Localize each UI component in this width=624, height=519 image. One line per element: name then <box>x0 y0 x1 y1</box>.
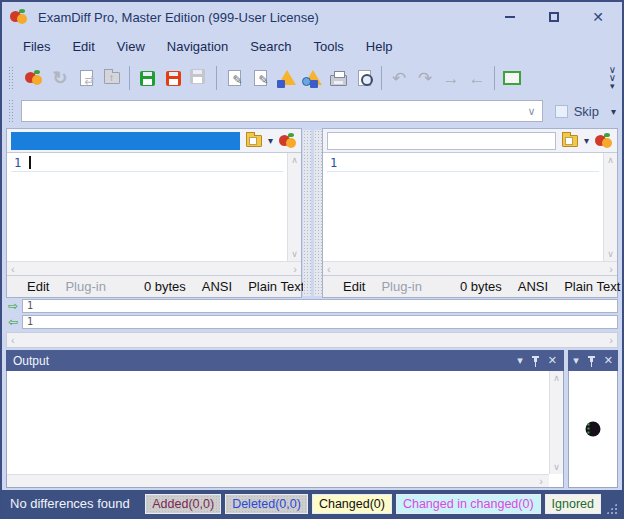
added-badge[interactable]: Added(0,0) <box>145 494 221 514</box>
left-diff-map[interactable] <box>303 130 311 296</box>
recompare-button[interactable]: ↻ <box>47 64 73 92</box>
edit-second-file-button[interactable]: ✎ <box>247 64 273 92</box>
scroll-down-icon[interactable]: ∨ <box>553 462 560 472</box>
left-open-dropdown-icon[interactable]: ▾ <box>268 135 273 146</box>
save-both-button[interactable] <box>186 64 212 92</box>
left-plugin-indicator[interactable]: Plug-in <box>57 279 113 294</box>
right-edit-indicator[interactable]: Edit <box>335 279 373 294</box>
scroll-up-icon[interactable]: ∧ <box>291 155 298 165</box>
left-editor[interactable]: 1 ∧ ∨ <box>7 153 301 261</box>
statistics-panel-body[interactable] <box>568 371 618 488</box>
statistics-close-icon[interactable]: ✕ <box>604 354 613 367</box>
next-difference-button[interactable]: → <box>438 64 464 92</box>
menu-files[interactable]: Files <box>12 36 61 57</box>
folder-up-icon: ↑ <box>104 72 120 84</box>
first-line-inspector-field[interactable]: 1 <box>22 299 618 313</box>
copy-left-arrow-icon[interactable]: ⇦ <box>6 316 20 328</box>
left-encoding-indicator[interactable]: ANSI <box>194 279 240 294</box>
scroll-left-icon[interactable]: ‹ <box>11 334 15 346</box>
ignored-badge[interactable]: Ignored <box>545 494 601 514</box>
swap-and-recompare-button[interactable]: ⇄ <box>73 64 99 92</box>
skip-checkbox[interactable] <box>555 105 568 118</box>
left-pane-statusbar: Rea Edit Plug-in 0 bytes ANSI Plain Text <box>7 275 301 297</box>
second-line-inspector-field[interactable]: 1 <box>22 315 618 329</box>
save-first-button[interactable] <box>134 64 160 92</box>
print-preview-button[interactable] <box>351 64 377 92</box>
left-edit-indicator[interactable]: Edit <box>19 279 57 294</box>
right-open-dropdown-icon[interactable]: ▾ <box>584 135 589 146</box>
left-file-path-box[interactable] <box>11 132 240 150</box>
previous-difference-button[interactable]: ← <box>464 64 490 92</box>
save-second-button[interactable] <box>160 64 186 92</box>
right-plugin-indicator[interactable]: Plug-in <box>373 279 429 294</box>
left-horizontal-scrollbar[interactable]: ‹ › <box>7 261 301 275</box>
inspector-horizontal-scrollbar[interactable]: ‹ › <box>6 332 618 348</box>
edit-first-file-button[interactable]: ✎ <box>221 64 247 92</box>
scroll-left-icon[interactable]: ‹ <box>327 263 331 275</box>
statistics-dropdown-icon[interactable]: ▾ <box>573 354 579 367</box>
deleted-badge[interactable]: Deleted(0,0) <box>225 494 308 514</box>
right-file-path-box[interactable] <box>327 132 556 150</box>
right-vertical-scrollbar[interactable]: ∧ ∨ <box>603 153 617 261</box>
changed-badge[interactable]: Changed(0) <box>312 494 392 514</box>
filebar-grip[interactable] <box>8 99 15 123</box>
scroll-left-icon[interactable]: ‹ <box>11 263 15 275</box>
scroll-down-icon[interactable]: ∨ <box>607 249 614 259</box>
send-to-folder-button[interactable]: ↑ <box>99 64 125 92</box>
file-combobox[interactable]: ∨ <box>21 100 543 122</box>
right-editor[interactable]: 1 ∧ ∨ <box>323 153 617 261</box>
menu-search[interactable]: Search <box>239 36 302 57</box>
save-differences-button[interactable] <box>273 64 299 92</box>
scroll-right-icon[interactable]: › <box>293 263 297 275</box>
output-horizontal-scrollbar[interactable]: › <box>7 474 549 487</box>
resize-grip[interactable] <box>605 502 618 515</box>
toolbar-grip[interactable] <box>8 66 15 90</box>
right-open-file-icon[interactable] <box>562 135 578 147</box>
left-vertical-scrollbar[interactable]: ∧ ∨ <box>287 153 301 261</box>
redo-button[interactable]: ↷ <box>412 64 438 92</box>
maximize-button[interactable] <box>546 9 562 25</box>
output-pin-icon[interactable] <box>531 355 540 367</box>
copy-right-arrow-icon[interactable]: ⇨ <box>6 300 20 312</box>
minimize-button[interactable] <box>502 9 518 25</box>
statistics-pin-icon[interactable] <box>587 355 596 367</box>
output-panel-body[interactable]: ∧ ∨ › <box>6 371 564 488</box>
scroll-up-icon[interactable]: ∧ <box>553 373 560 383</box>
scroll-right-icon[interactable]: › <box>539 475 543 487</box>
menu-tools[interactable]: Tools <box>302 36 354 57</box>
right-compare-icon[interactable] <box>595 133 613 149</box>
close-button[interactable]: ✕ <box>590 9 606 25</box>
skip-dropdown-icon[interactable]: ▾ <box>611 106 616 117</box>
output-panel-controls: ▾ ✕ <box>517 354 557 367</box>
output-panel-header: Output ▾ ✕ <box>6 350 564 371</box>
changed-in-changed-badge[interactable]: Changed in changed(0) <box>396 494 541 514</box>
print-button[interactable] <box>325 64 351 92</box>
scroll-right-icon[interactable]: › <box>609 334 613 346</box>
scroll-down-icon[interactable]: ∨ <box>291 249 298 259</box>
menu-navigation[interactable]: Navigation <box>156 36 239 57</box>
menu-help[interactable]: Help <box>355 36 404 57</box>
menu-view[interactable]: View <box>106 36 156 57</box>
left-line-number: 1 <box>14 156 21 170</box>
right-encoding-indicator[interactable]: ANSI <box>510 279 556 294</box>
scroll-up-icon[interactable]: ∧ <box>607 155 614 165</box>
toolbar-overflow-button[interactable]: ∨∨ ▾ <box>609 66 618 90</box>
combobox-chevron-icon: ∨ <box>528 105 536 118</box>
output-close-icon[interactable]: ✕ <box>548 354 557 367</box>
swap-recompare-icon: ⇄ <box>80 70 93 86</box>
compare-button[interactable] <box>21 64 47 92</box>
output-vertical-scrollbar[interactable]: ∧ ∨ <box>549 371 563 474</box>
right-format-indicator[interactable]: Plain Text <box>556 279 624 294</box>
show-in-window-button[interactable] <box>499 64 525 92</box>
scroll-right-icon[interactable]: › <box>609 263 613 275</box>
menu-edit[interactable]: Edit <box>61 36 105 57</box>
left-size-indicator: 0 bytes <box>136 279 194 294</box>
right-horizontal-scrollbar[interactable]: ‹ › <box>323 261 617 275</box>
publish-differences-button[interactable] <box>299 64 325 92</box>
left-compare-icon[interactable] <box>279 133 297 149</box>
next-difference-icon: → <box>443 70 460 87</box>
undo-button[interactable]: ↶ <box>386 64 412 92</box>
output-dropdown-icon[interactable]: ▾ <box>517 354 523 367</box>
left-open-file-icon[interactable] <box>246 135 262 147</box>
right-diff-map[interactable] <box>314 130 322 296</box>
